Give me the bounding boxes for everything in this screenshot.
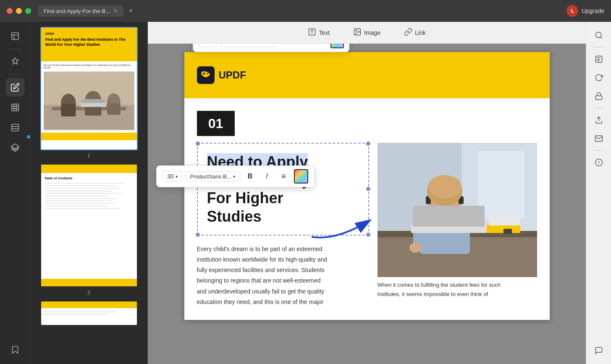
bold-label: B [284, 44, 289, 45]
body-line6: education they need, and this is one of … [197, 299, 324, 305]
left-sidebar [0, 22, 30, 364]
updf-logo-text: UPDF [219, 69, 246, 81]
mail-button[interactable] [590, 130, 607, 147]
float-font-name-val: ProductSans-B... [190, 173, 231, 180]
updf-logo-icon [197, 66, 215, 84]
toc-line [45, 183, 125, 184]
sidebar-item-bookmark-bottom[interactable] [6, 340, 24, 359]
body-text-area: Every child's dream is to be part of an … [197, 244, 369, 307]
heading-part4: Studies [207, 208, 262, 225]
thumbnail-item-2[interactable]: Table of Contents [35, 164, 142, 296]
handle-tr[interactable] [366, 141, 370, 146]
lock-button[interactable] [590, 88, 607, 105]
text-tool-label: Text [319, 29, 330, 36]
svg-point-48 [595, 32, 601, 38]
thumbnail-box-1[interactable]: UPDF Find and Apply For the Best Institu… [40, 27, 138, 150]
thumb1-logo: UPDF [45, 32, 133, 36]
export-button[interactable] [590, 112, 607, 128]
bold-button[interactable]: B [280, 44, 293, 48]
sidebar-item-bookmark[interactable] [6, 27, 24, 45]
toc-line [45, 208, 120, 209]
sidebar-item-edit[interactable] [6, 78, 24, 97]
color-picker-button[interactable] [330, 44, 344, 48]
text-tool-button[interactable]: Text [303, 25, 335, 40]
image-tool-button[interactable]: Image [348, 25, 385, 40]
new-tab-button[interactable]: + [128, 7, 133, 16]
minimize-button[interactable] [16, 8, 22, 14]
float-color-btn[interactable] [294, 169, 308, 183]
thumbnail-box-2[interactable]: Table of Contents [40, 164, 138, 287]
pdf-main-content: 01 [184, 98, 550, 320]
section-number: 01 [197, 111, 235, 136]
save-button[interactable] [590, 154, 607, 171]
handle-br[interactable] [366, 233, 370, 237]
font-name-value: ProductSans-B... [226, 44, 267, 45]
thumb1-content: UPDF Find and Apply For the Best Institu… [41, 28, 137, 149]
comment-button[interactable] [590, 342, 607, 359]
right-divider-2 [593, 108, 605, 108]
close-button[interactable] [7, 8, 13, 14]
italic-button[interactable]: I [297, 44, 309, 48]
sidebar-item-table[interactable] [6, 98, 24, 117]
updf-logo-area: UPDF [197, 66, 246, 84]
thumb1-subtitle: Discover The Best Educational Institutes… [44, 64, 134, 69]
font-name-selector[interactable]: ProductSans-B... ▾ [221, 44, 276, 47]
float-chevron1: ▾ [176, 174, 178, 179]
ocr-button[interactable] [590, 51, 607, 68]
thumbnails-panel[interactable]: UPDF Find and Apply For the Best Institu… [30, 22, 148, 364]
page-num-1: 1 [87, 153, 90, 159]
tab-edit-icon[interactable]: ✎ [113, 8, 118, 14]
float-font-size[interactable]: 30 ▾ [163, 171, 182, 182]
thumbnail-item-1[interactable]: UPDF Find and Apply For the Best Institu… [35, 27, 142, 159]
sidebar-item-layers[interactable] [6, 118, 24, 137]
active-tab[interactable]: Find-and-Apply-For-the-B... ✎ [38, 5, 123, 17]
thumbnail-box-3[interactable] [40, 301, 138, 326]
rotate-button[interactable] [590, 69, 607, 86]
svg-rect-51 [595, 96, 602, 100]
thumbnail-item-3[interactable] [35, 301, 142, 326]
sidebar-item-stack[interactable] [6, 139, 24, 157]
float-font-size-val: 30 [167, 173, 174, 180]
tab-area: Find-and-Apply-For-the-B... ✎ + [38, 5, 133, 17]
pdf-right-column: When it comes to fulfilling the student … [378, 143, 537, 299]
traffic-lights [7, 8, 31, 14]
svg-rect-3 [11, 104, 18, 111]
search-button[interactable] [590, 27, 607, 44]
float-align-btn[interactable]: ≡ [277, 170, 291, 183]
toc-line [45, 198, 118, 199]
font-size-selector[interactable]: 30 ▾ [198, 44, 217, 47]
text-edit-toolbar: 30 ▾ ProductSans-B... ▾ B I ≡ [193, 44, 350, 52]
handle-mr[interactable] [366, 187, 370, 191]
float-chevron2: ▾ [233, 174, 235, 179]
link-tool-button[interactable]: Link [399, 25, 431, 40]
heading-text: Need to Apply Internationally For Higher… [202, 148, 364, 230]
float-italic-btn[interactable]: I [260, 170, 274, 183]
float-bold-btn[interactable]: B [244, 170, 257, 183]
thumb3-line [43, 313, 108, 315]
handle-tl[interactable] [196, 141, 200, 146]
italic-label: I [302, 44, 304, 45]
align-button[interactable]: ≡ [314, 44, 326, 48]
svg-rect-21 [81, 103, 105, 107]
body-line3: fully experienced facilities and service… [197, 267, 325, 273]
svg-rect-31 [478, 151, 524, 218]
thumb2-footer [41, 279, 137, 286]
font-size-value: 30 [202, 44, 209, 45]
page-num-2: 2 [87, 290, 90, 296]
svg-rect-41 [489, 216, 520, 225]
handle-bl[interactable] [196, 233, 200, 237]
toc-line [45, 200, 112, 202]
upgrade-label[interactable]: Upgrade [582, 8, 604, 14]
main-container: UPDF Find and Apply For the Best Institu… [0, 22, 611, 364]
sidebar-item-brush[interactable] [6, 52, 24, 71]
tab-label: Find-and-Apply-For-the-B... [44, 8, 110, 14]
pdf-viewport[interactable]: UPDF 01 [148, 44, 586, 364]
thumb1-footer [41, 133, 137, 140]
svg-rect-42 [503, 229, 512, 234]
toc-line [45, 185, 116, 186]
maximize-button[interactable] [25, 8, 31, 14]
thumb1-body: Discover The Best Educational Institutes… [41, 61, 137, 133]
float-font-name[interactable]: ProductSans-B... ▾ [186, 171, 240, 182]
toc-line [45, 188, 120, 189]
text-edit-box[interactable]: Need to Apply Internationally For Higher… [197, 143, 369, 236]
